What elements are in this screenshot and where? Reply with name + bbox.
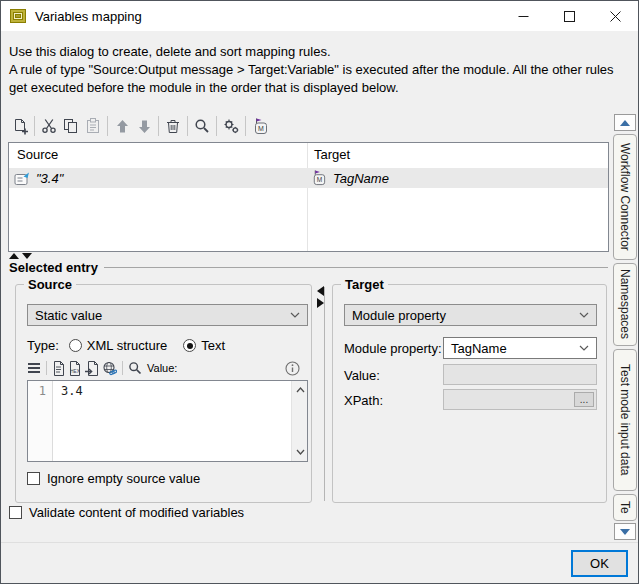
rule-target-cell: M TagName (311, 168, 389, 188)
pane-splitter[interactable] (317, 286, 324, 308)
column-header-source[interactable]: Source (17, 147, 58, 162)
delete-rule-button[interactable] (162, 115, 184, 137)
source-kind-dropdown[interactable]: Static value (27, 304, 308, 326)
copy-icon (63, 118, 79, 134)
toolbar-separator (34, 116, 35, 136)
selected-entry-label: Selected entry (9, 260, 98, 275)
ignore-empty-checkbox[interactable]: Ignore empty source value (27, 471, 200, 486)
hex-view-icon[interactable]: HEX (68, 361, 82, 376)
info-icon[interactable] (285, 361, 300, 376)
paste-button[interactable] (82, 115, 104, 137)
radio-text[interactable] (183, 339, 196, 352)
toolbar-separator (158, 116, 159, 136)
target-group: Target Module property Module property: … (332, 284, 607, 503)
toolbar-separator (107, 116, 108, 136)
target-group-label: Target (341, 277, 388, 292)
radio-text-label[interactable]: Text (201, 338, 225, 353)
svg-text:M: M (317, 176, 322, 183)
ok-button[interactable]: OK (571, 550, 628, 577)
scroll-down-icon[interactable] (292, 444, 308, 460)
maximize-icon (564, 11, 575, 22)
app-icon (10, 8, 26, 24)
target-kind-dropdown[interactable]: Module property (344, 304, 597, 326)
rule-source-value: "3.4" (36, 171, 63, 186)
source-group-label: Source (24, 277, 76, 292)
text-view-icon[interactable] (52, 361, 65, 376)
editor-content[interactable]: 3.4 (54, 381, 290, 461)
checkbox-box[interactable] (9, 506, 22, 519)
tab-namespaces[interactable]: Namespaces (613, 263, 637, 346)
encoding-globe-icon[interactable] (102, 361, 117, 376)
menu-icon[interactable] (27, 362, 41, 374)
editor-scrollbar[interactable] (291, 381, 307, 461)
tabs-scroll-down-button[interactable] (614, 523, 636, 540)
tab-clipped[interactable]: Te (613, 494, 637, 521)
toolbar-separator (187, 116, 188, 136)
move-down-icon (137, 119, 152, 134)
editor-line-number: 1 (28, 381, 53, 461)
toolbar-separator (245, 116, 246, 136)
new-rule-button[interactable] (9, 115, 31, 137)
close-button[interactable] (592, 1, 638, 31)
close-icon (610, 11, 621, 22)
paste-icon (85, 118, 101, 134)
value-editor[interactable]: 1 3.4 (27, 380, 308, 462)
settings-button[interactable] (220, 115, 242, 137)
copy-button[interactable] (60, 115, 82, 137)
gears-icon (223, 118, 240, 135)
tab-workflow-connector[interactable]: Workflow Connector (613, 134, 637, 260)
source-type-row: Type: XML structure Text (27, 338, 225, 353)
minimize-button[interactable] (500, 1, 546, 31)
source-group: Source Static value Type: XML structure … (15, 284, 312, 503)
instruction-line: get executed before the module in the or… (9, 79, 630, 97)
checkbox-box[interactable] (27, 472, 40, 485)
svg-text:HEX: HEX (70, 369, 79, 374)
collapse-right-icon[interactable] (317, 298, 324, 308)
rule-target-value: TagName (333, 171, 389, 186)
module-property-value: TagName (451, 341, 507, 356)
search-icon (194, 118, 210, 134)
tabs-scroll-up-button[interactable] (614, 114, 636, 131)
xpath-input: ... (443, 389, 597, 410)
scroll-up-icon[interactable] (292, 382, 308, 398)
maximize-button[interactable] (546, 1, 592, 31)
radio-xml-structure-label[interactable]: XML structure (87, 338, 167, 353)
ignore-empty-label: Ignore empty source value (47, 471, 200, 486)
module-property-dropdown[interactable]: TagName (443, 337, 597, 359)
chevron-down-icon (579, 312, 589, 318)
arrow-up-icon (620, 120, 630, 126)
window-controls (500, 1, 638, 31)
table-row[interactable]: "3.4" M TagName (9, 168, 608, 188)
svg-text:M: M (258, 125, 264, 132)
trash-icon (165, 118, 181, 134)
import-value-icon[interactable] (85, 361, 99, 376)
search-value-icon[interactable] (128, 361, 142, 375)
tab-test-mode-input-data[interactable]: Test mode input data (613, 349, 637, 491)
collapse-left-icon[interactable] (317, 286, 324, 296)
chevron-down-icon (290, 312, 300, 318)
source-kind-value: Static value (35, 308, 102, 323)
target-value-input (443, 364, 597, 385)
move-up-button[interactable] (111, 115, 133, 137)
module-property-icon: M (311, 170, 327, 186)
sort-up-icon (9, 253, 19, 259)
table-header: Source Target (9, 143, 608, 168)
sort-down-icon (22, 253, 32, 259)
rule-source-cell: "3.4" (14, 168, 63, 188)
search-button[interactable] (191, 115, 213, 137)
xpath-label: XPath: (344, 393, 383, 408)
arrow-down-icon (620, 529, 630, 535)
cut-button[interactable] (38, 115, 60, 137)
radio-xml-structure[interactable] (69, 339, 82, 352)
toolbar-separator (216, 116, 217, 136)
row-reorder-handles[interactable] (9, 253, 32, 259)
module-mapping-button[interactable]: M (249, 115, 271, 137)
move-down-button[interactable] (133, 115, 155, 137)
validate-checkbox[interactable]: Validate content of modified variables (9, 505, 244, 520)
xpath-browse-button[interactable]: ... (574, 392, 594, 407)
column-header-target[interactable]: Target (314, 147, 350, 162)
titlebar[interactable]: Variables mapping (1, 1, 638, 31)
window-title: Variables mapping (35, 9, 142, 24)
cut-icon (41, 118, 57, 134)
selected-entry-rule (104, 267, 608, 268)
